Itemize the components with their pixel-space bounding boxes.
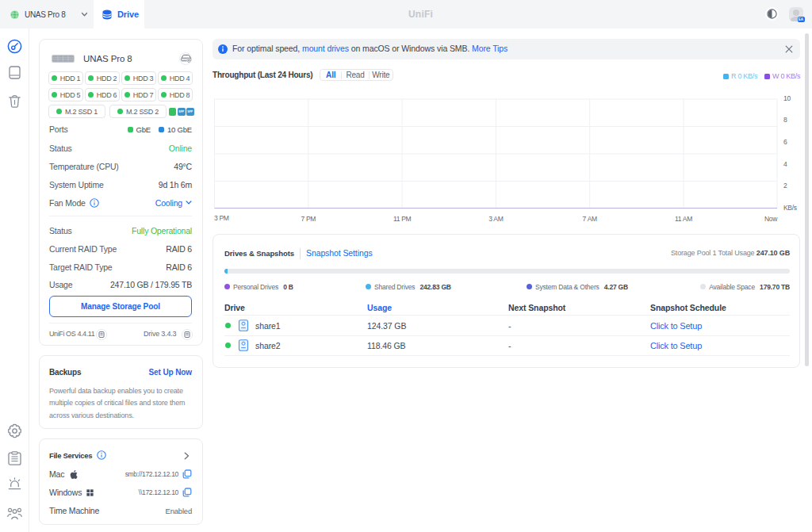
- svg-text:KB/s: KB/s: [783, 204, 797, 212]
- svg-text:7 PM: 7 PM: [301, 215, 316, 223]
- svg-text:11 PM: 11 PM: [393, 215, 412, 223]
- svg-text:10: 10: [783, 94, 791, 102]
- svg-text:6: 6: [783, 138, 787, 146]
- svg-text:2: 2: [783, 182, 787, 189]
- svg-text:3 AM: 3 AM: [488, 215, 503, 223]
- svg-text:4: 4: [783, 160, 787, 168]
- svg-text:11 AM: 11 AM: [675, 215, 692, 223]
- svg-text:3 PM: 3 PM: [214, 214, 229, 222]
- svg-text:Now: Now: [764, 215, 778, 223]
- svg-text:8: 8: [783, 116, 787, 124]
- svg-text:7 AM: 7 AM: [583, 215, 597, 223]
